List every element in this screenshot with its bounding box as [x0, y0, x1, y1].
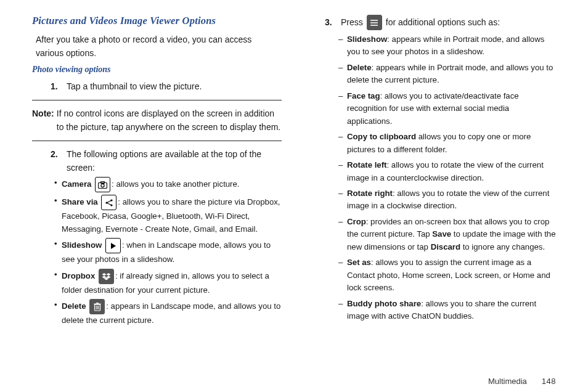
svg-marker-9 — [102, 273, 106, 276]
dash-desc-c: to ignore any changes. — [460, 242, 545, 251]
note-text: If no control icons are displayed on the… — [57, 107, 282, 134]
step-text-a: Press — [341, 15, 363, 29]
dash-facetag: –Face tag: allows you to activate/deacti… — [338, 90, 556, 128]
dash-label: Rotate right — [347, 189, 393, 198]
bullet-body: Dropbox : if already signed in, allows y… — [62, 269, 282, 296]
horizontal-rule — [32, 100, 282, 100]
dash-body: Rotate left: allows you to rotate the vi… — [347, 159, 556, 184]
page-footer: Multimedia 148 — [32, 377, 556, 386]
dash-copy: –Copy to clipboard allows you to copy on… — [338, 131, 556, 156]
bullet-share: • Share via : allows you to share the pi… — [54, 195, 282, 235]
bullet-marker: • — [54, 299, 62, 327]
discard-word: Discard — [431, 242, 460, 251]
dash-label: Delete — [347, 63, 372, 72]
bullet-marker: • — [54, 195, 62, 235]
step-2: 2. The following options are available a… — [51, 147, 282, 175]
dash-marker: – — [338, 159, 347, 184]
dash-label: Rotate left — [347, 160, 386, 169]
note-block: Note: If no control icons are displayed … — [32, 107, 282, 134]
step-3-group: 3. Press for additional options such as:… — [325, 15, 556, 323]
dash-label: Buddy photo share — [347, 299, 421, 308]
dash-marker: – — [338, 131, 347, 156]
dash-desc: : appears while in Portrait mode, and al… — [347, 63, 553, 84]
dash-label: Face tag — [347, 91, 380, 100]
bullet-label: Share via — [62, 197, 98, 206]
dropbox-icon — [99, 269, 114, 284]
play-icon — [105, 238, 121, 253]
svg-marker-8 — [111, 243, 116, 249]
footer-page-number: 148 — [542, 377, 556, 386]
dash-body: Delete: appears while in Portrait mode, … — [347, 62, 556, 87]
bullet-slideshow: • Slideshow : when in Landscape mode, al… — [54, 238, 282, 266]
dash-list: –Slideshow: appears while in Portrait mo… — [338, 33, 556, 323]
step-text-b: for additional options such as: — [386, 15, 500, 29]
step-text: Tap a thumbnail to view the picture. — [67, 80, 282, 93]
bullet-body: Slideshow : when in Landscape mode, allo… — [62, 238, 282, 266]
intro-text: After you take a photo or record a video… — [36, 33, 282, 60]
bullet-body: Share via : allows you to share the pict… — [62, 195, 282, 235]
dash-slideshow: –Slideshow: appears while in Portrait mo… — [338, 33, 556, 59]
svg-rect-15 — [94, 303, 100, 304]
dash-delete: –Delete: appears while in Portrait mode,… — [338, 62, 556, 87]
bullet-list: • Camera : allows you to take another pi… — [54, 177, 282, 327]
dash-label: Crop — [347, 217, 366, 226]
note-label: Note: — [32, 107, 54, 134]
step-1: 1. Tap a thumbnail to view the picture. — [51, 80, 282, 93]
dash-marker: – — [338, 90, 347, 128]
bullet-marker: • — [54, 177, 62, 192]
bullet-label: Dropbox — [62, 271, 95, 280]
step-number: 3. — [325, 15, 341, 29]
step-text: The following options are available at t… — [67, 147, 282, 175]
bullet-body: Camera : allows you to take another pict… — [62, 177, 282, 192]
horizontal-rule — [32, 141, 282, 141]
dash-body: Face tag: allows you to activate/deactiv… — [347, 90, 556, 128]
bullet-dropbox: • Dropbox : if already signed in, allows… — [54, 269, 282, 296]
dash-body: Copy to clipboard allows you to copy one… — [347, 131, 556, 156]
svg-marker-10 — [106, 273, 110, 276]
dash-body: Rotate right: allows you to rotate the v… — [347, 187, 556, 213]
manual-page: Pictures and Videos Image Viewer Options… — [0, 0, 588, 392]
bullet-body: Delete : appears in Landscape mode, and … — [62, 299, 282, 327]
share-icon — [101, 195, 116, 210]
dash-rotate-left: –Rotate left: allows you to rotate the v… — [338, 159, 556, 184]
dash-marker: – — [338, 298, 347, 323]
svg-line-7 — [107, 203, 112, 205]
footer-section: Multimedia — [488, 377, 527, 386]
trash-icon — [89, 299, 105, 314]
svg-rect-16 — [96, 303, 99, 304]
dash-crop: –Crop: provides an on-screen box that al… — [338, 216, 556, 253]
bullet-camera: • Camera : allows you to take another pi… — [54, 177, 282, 192]
two-column-layout: Pictures and Videos Image Viewer Options… — [32, 15, 556, 374]
dash-marker: – — [338, 33, 347, 59]
dash-rotate-right: –Rotate right: allows you to rotate the … — [338, 187, 556, 213]
dash-body: Crop: provides an on-screen box that all… — [347, 216, 556, 253]
bullet-label: Slideshow — [62, 240, 102, 250]
step-number: 2. — [51, 147, 67, 175]
bullet-label: Delete — [62, 301, 86, 311]
svg-point-2 — [101, 184, 104, 187]
camera-icon — [95, 177, 110, 192]
left-column: Pictures and Videos Image Viewer Options… — [32, 15, 282, 374]
dash-body: Buddy photo share: allows you to share t… — [347, 298, 556, 323]
dash-label: Copy to clipboard — [347, 132, 416, 141]
svg-line-6 — [107, 200, 112, 203]
dash-set-as: –Set as: allows you to assign the curren… — [338, 256, 556, 294]
dash-marker: – — [338, 62, 347, 87]
dash-buddy: –Buddy photo share: allows you to share … — [338, 298, 556, 323]
step-number: 1. — [51, 80, 67, 93]
dash-desc: : allows you to assign the current image… — [347, 258, 550, 292]
dash-marker: – — [338, 216, 347, 253]
save-word: Save — [432, 229, 451, 239]
dash-body: Set as: allows you to assign the current… — [347, 256, 556, 294]
step-3: 3. Press for additional options such as: — [325, 15, 556, 30]
dash-marker: – — [338, 187, 347, 213]
dash-label: Set as — [347, 258, 371, 267]
bullet-marker: • — [54, 269, 62, 296]
dash-body: Slideshow: appears while in Portrait mod… — [347, 33, 556, 59]
bullet-label: Camera — [62, 179, 91, 189]
right-column: 3. Press for additional options such as:… — [306, 15, 556, 374]
subsection-heading: Photo viewing options — [32, 65, 282, 75]
section-heading: Pictures and Videos Image Viewer Options — [32, 15, 282, 27]
dash-marker: – — [338, 256, 347, 294]
bullet-delete: • Delete : appears in Landscape mode, an… — [54, 299, 282, 327]
